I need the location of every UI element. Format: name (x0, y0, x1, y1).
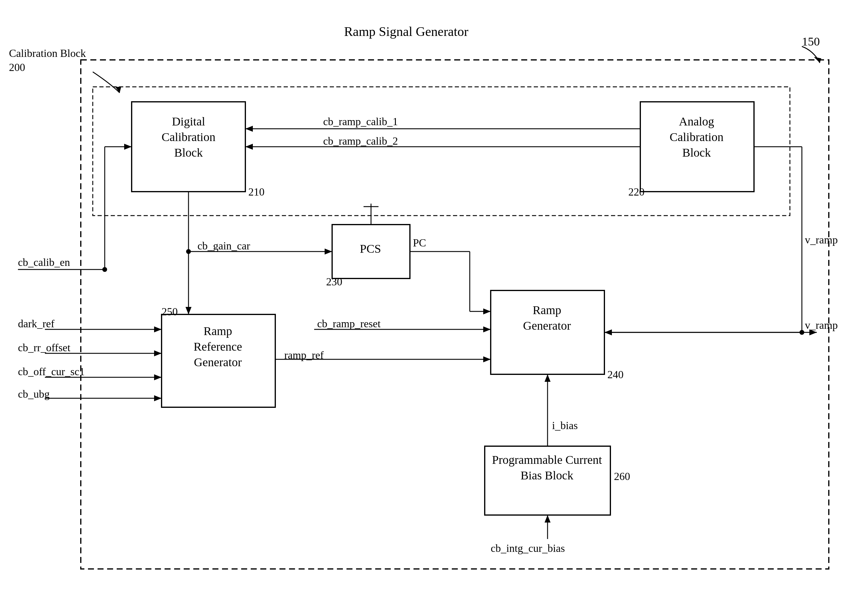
cb-ubg-arrow (154, 395, 162, 401)
ramp-ref-label: ramp_ref (284, 349, 324, 361)
digital-calib-label: DigitalCalibrationBlock (134, 114, 242, 160)
pcs-number: 230 (326, 275, 342, 288)
main-svg (0, 0, 868, 589)
pc-label: PC (413, 237, 426, 249)
pc-arrow (483, 308, 491, 314)
prog-current-bias-number: 260 (614, 470, 630, 483)
cb-ramp-calib-2-arrow (245, 144, 253, 150)
cb-intg-cur-bias-arrow (545, 515, 551, 522)
pcs-label: PCS (335, 241, 406, 257)
cb-gain-car-label: cb_gain_car (198, 240, 250, 252)
dark-ref-arrow (154, 326, 162, 332)
v-ramp-top-label: v_ramp (805, 234, 838, 246)
v-ramp-right-label: v_ramp (805, 319, 838, 331)
cb-off-cur-sc1-arrow (154, 374, 162, 380)
cb-ramp-reset-arrow (483, 326, 491, 332)
cb-calib-en-label: cb_calib_en (18, 256, 70, 269)
main-title: Ramp Signal Generator (344, 24, 468, 39)
digital-to-rampref-arrow (186, 307, 192, 314)
dark-ref-label: dark_ref (18, 317, 55, 330)
cb-ramp-calib-1-label: cb_ramp_calib_1 (323, 115, 398, 128)
calib-block-annotation-arrow (93, 72, 120, 93)
cb-ramp-calib-2-label: cb_ramp_calib_2 (323, 135, 398, 147)
cb-calib-en-arrow (124, 144, 131, 150)
cb-ramp-reset-label: cb_ramp_reset (317, 317, 381, 330)
cb-calib-en-junction-dot (102, 267, 107, 272)
cb-ramp-calib-1-arrow (245, 126, 253, 132)
cb-rr-offset-arrow (154, 350, 162, 356)
ramp-ref-arrow (483, 356, 491, 362)
prog-current-bias-label: Programmable CurrentBias Block (487, 452, 607, 483)
cb-rr-offset-label: cb_rr_offset (18, 341, 70, 354)
cb-gain-car-arrow (325, 249, 332, 255)
ramp-ref-gen-label: RampReferenceGenerator (164, 323, 272, 370)
v-ramp-junction-dot (800, 330, 804, 335)
analog-calib-number: 220 (628, 186, 645, 198)
diagram-container: Ramp Signal Generator 150 Calibration Bl… (0, 0, 868, 589)
cb-intg-cur-bias-label: cb_intg_cur_bias (491, 542, 565, 555)
calib-block-label: Calibration Block 200 (9, 46, 86, 75)
cb-off-cur-sc1-label: cb_off_cur_sc1 (18, 365, 85, 378)
rsg-annotation-arrowhead (814, 57, 821, 63)
i-bias-label: i_bias (552, 419, 578, 432)
ramp-gen-number: 240 (607, 368, 623, 381)
i-bias-arrow (545, 374, 551, 382)
digital-calib-number: 210 (248, 186, 264, 198)
ramp-gen-label: RampGenerator (493, 302, 601, 334)
cb-ubg-label: cb_ubg (18, 388, 50, 400)
ramp-ref-gen-number: 250 (162, 305, 178, 318)
analog-calib-label: AnalogCalibrationBlock (643, 114, 750, 160)
rsg-number-label: 150 (802, 34, 820, 49)
gain-car-junction-dot (186, 249, 191, 254)
